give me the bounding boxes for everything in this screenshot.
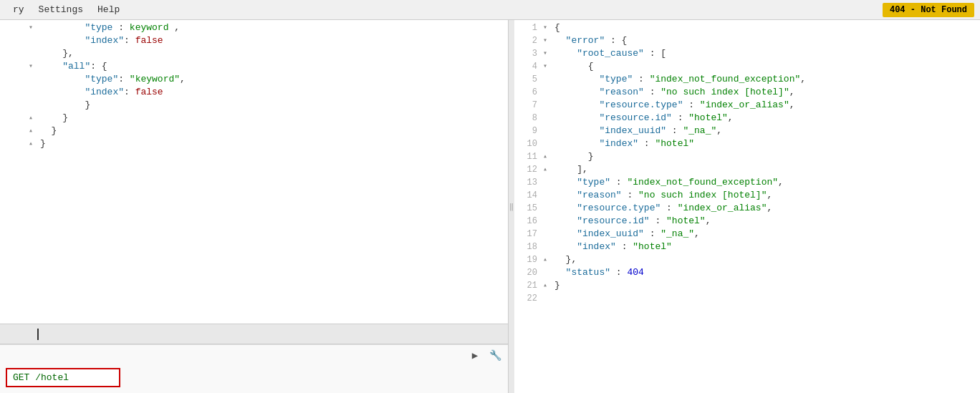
right-code-area[interactable]: 1▾{2▾ "error" : {3▾ "root_cause" : [4▾ {… [514, 20, 980, 393]
left-line-3: }, [0, 47, 508, 60]
right-line-15: 15 "resource.type" : "index_or_alias", [514, 202, 980, 215]
left-line-10: ▴ } [0, 137, 508, 150]
right-code-block: 1▾{2▾ "error" : {3▾ "root_cause" : [4▾ {… [514, 21, 980, 305]
right-line-2: 2▾ "error" : { [514, 34, 980, 47]
left-code-area[interactable]: ▾ "type : keyword , "index": false }, [0, 20, 508, 324]
main-content: ▾ "type : keyword , "index": false }, [0, 20, 980, 393]
menu-item-help[interactable]: Help [90, 3, 127, 16]
right-line-12: 12▴ ], [514, 163, 980, 176]
left-line-4: ▾ "all": { [0, 60, 508, 73]
left-line-8: ▴ } [0, 112, 508, 125]
right-line-10: 10 "index" : "hotel" [514, 137, 980, 150]
right-line-22: 22 [514, 292, 980, 305]
left-query-area: ▶ 🔧 [0, 344, 508, 393]
left-line-1: ▾ "type : keyword , [0, 21, 508, 34]
right-line-18: 18 "index" : "hotel" [514, 241, 980, 253]
run-button[interactable]: ▶ [468, 348, 482, 362]
wrench-icon[interactable]: 🔧 [488, 348, 502, 362]
text-cursor [37, 329, 39, 340]
right-line-4: 4▾ { [514, 60, 980, 73]
right-line-9: 9 "index_uuid" : "_na_", [514, 125, 980, 137]
menu-item-ry[interactable]: ry [6, 3, 32, 16]
left-cursor-line[interactable] [0, 324, 508, 344]
right-line-5: 5 "type" : "index_not_found_exception", [514, 73, 980, 86]
left-line-7: } [0, 99, 508, 112]
left-panel: ▾ "type : keyword , "index": false }, [0, 20, 509, 393]
right-line-6: 6 "reason" : "no such index [hotel]", [514, 86, 980, 99]
right-line-8: 8 "resource.id" : "hotel", [514, 112, 980, 125]
left-line-2: "index": false [0, 34, 508, 47]
right-line-7: 7 "resource.type" : "index_or_alias", [514, 99, 980, 112]
right-line-1: 1▾{ [514, 21, 980, 34]
right-line-13: 13 "type" : "index_not_found_exception", [514, 176, 980, 189]
left-code-block: ▾ "type : keyword , "index": false }, [0, 21, 508, 150]
right-line-19: 19▴ }, [514, 253, 980, 266]
right-line-16: 16 "resource.id" : "hotel", [514, 215, 980, 228]
menu-bar: ry Settings Help 404 - Not Found [0, 0, 980, 20]
left-line-9: ▴ } [0, 125, 508, 137]
menu-item-settings[interactable]: Settings [32, 3, 90, 16]
left-line-5: "type": "keyword", [0, 73, 508, 86]
right-line-3: 3▾ "root_cause" : [ [514, 47, 980, 60]
right-line-17: 17 "index_uuid" : "_na_", [514, 228, 980, 241]
right-line-20: 20 "status" : 404 [514, 266, 980, 279]
left-line-6: "index": false [0, 86, 508, 99]
status-badge: 404 - Not Found [883, 3, 974, 17]
query-input[interactable] [6, 368, 120, 387]
panel-resize-divider[interactable]: ‖ [509, 20, 514, 393]
right-line-21: 21▴} [514, 279, 980, 292]
query-input-wrapper [0, 365, 508, 393]
right-line-14: 14 "reason" : "no such index [hotel]", [514, 189, 980, 202]
right-panel: 1▾{2▾ "error" : {3▾ "root_cause" : [4▾ {… [514, 20, 980, 393]
query-toolbar: ▶ 🔧 [0, 345, 508, 365]
right-line-11: 11▴ } [514, 150, 980, 163]
